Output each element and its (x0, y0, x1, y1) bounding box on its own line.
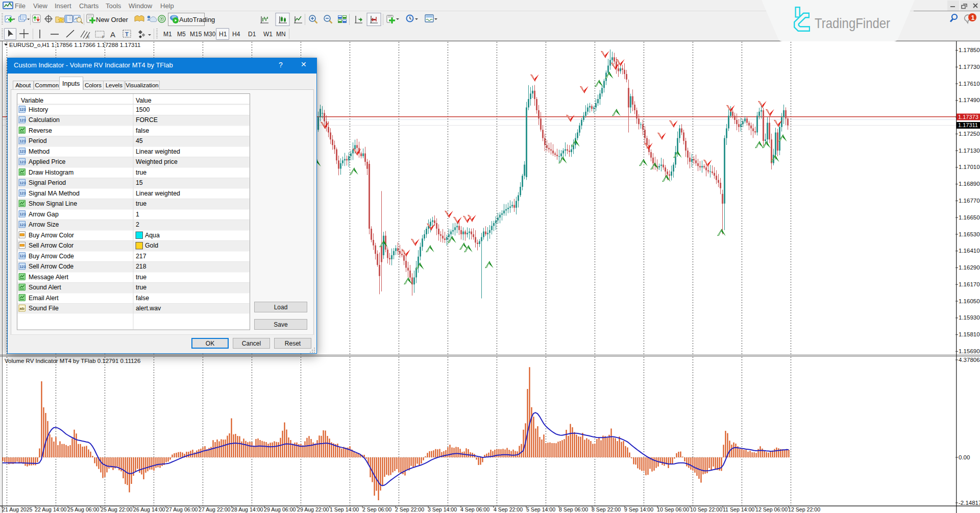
svg-text:Period: Period (29, 137, 47, 144)
svg-text:28 Aug 14:00: 28 Aug 14:00 (231, 506, 263, 512)
svg-text:Signal Period: Signal Period (29, 179, 66, 186)
svg-text:Reverse: Reverse (29, 127, 52, 134)
svg-text:123: 123 (19, 223, 26, 227)
svg-text:1.17130: 1.17130 (959, 148, 980, 154)
svg-text:EURUSD_o,H1 1.17856 1.17366 1: EURUSD_o,H1 1.17856 1.17366 1.17288 1.17… (9, 42, 140, 48)
svg-text:21 Aug 2025: 21 Aug 2025 (2, 506, 33, 512)
svg-text:1500: 1500 (136, 106, 150, 113)
svg-text:true: true (136, 200, 146, 207)
svg-text:1.15810: 1.15810 (959, 331, 980, 337)
svg-text:Linear weighted: Linear weighted (136, 190, 180, 197)
svg-text:27 Aug 06:00: 27 Aug 06:00 (166, 506, 198, 512)
svg-text:15: 15 (136, 179, 143, 186)
svg-text:1.16170: 1.16170 (959, 281, 980, 287)
svg-text:Method: Method (29, 148, 50, 155)
svg-text:Sound Alert: Sound Alert (29, 284, 61, 291)
svg-text:4 Sep 06:00: 4 Sep 06:00 (460, 506, 489, 512)
svg-text:10 Sep 06:00: 10 Sep 06:00 (657, 506, 689, 512)
svg-text:1.17490: 1.17490 (959, 97, 980, 103)
svg-text:123: 123 (19, 191, 26, 196)
svg-text:2 Sep 22:00: 2 Sep 22:00 (395, 506, 424, 512)
svg-text:Buy Arrow Color: Buy Arrow Color (29, 232, 74, 239)
svg-text:Sell Arrow Color: Sell Arrow Color (29, 242, 74, 249)
svg-text:3 Sep 14:00: 3 Sep 14:00 (428, 506, 457, 512)
svg-text:A: A (110, 30, 115, 39)
svg-text:Calculation: Calculation (29, 116, 60, 124)
svg-text:25 Aug 06:00: 25 Aug 06:00 (67, 506, 100, 512)
svg-text:Gold: Gold (145, 242, 158, 249)
svg-text:2: 2 (136, 221, 139, 228)
svg-text:123: 123 (19, 160, 26, 164)
svg-text:false: false (136, 295, 149, 302)
svg-text:26 Aug 14:00: 26 Aug 14:00 (133, 506, 165, 512)
svg-text:Arrow Gap: Arrow Gap (29, 211, 59, 218)
svg-text:Weighted price: Weighted price (136, 158, 178, 165)
svg-text:11 Sep 14:00: 11 Sep 14:00 (723, 506, 754, 512)
svg-text:22 Aug 14:00: 22 Aug 14:00 (35, 506, 67, 512)
svg-text:1.17730: 1.17730 (959, 64, 980, 70)
svg-text:217: 217 (136, 253, 146, 260)
svg-text:1.15690: 1.15690 (959, 348, 980, 354)
svg-text:1.16050: 1.16050 (959, 298, 980, 304)
svg-text:Buy Arrow Code: Buy Arrow Code (29, 253, 74, 260)
svg-text:29 Aug 06:00: 29 Aug 06:00 (264, 506, 296, 512)
svg-text:9 Sep 14:00: 9 Sep 14:00 (624, 506, 653, 512)
svg-text:123: 123 (19, 107, 26, 112)
svg-text:123: 123 (19, 181, 26, 185)
svg-text:Sell Arrow Code: Sell Arrow Code (29, 263, 74, 270)
svg-text:F: F (102, 35, 104, 39)
svg-text:12 Sep 22:00: 12 Sep 22:00 (788, 506, 820, 512)
svg-text:1.16890: 1.16890 (959, 181, 980, 187)
svg-text:Signal MA Method: Signal MA Method (29, 190, 80, 197)
svg-text:123: 123 (19, 118, 26, 123)
svg-text:1.17250: 1.17250 (959, 131, 980, 137)
svg-text:1.17010: 1.17010 (959, 164, 980, 170)
svg-text:123: 123 (19, 139, 26, 143)
svg-text:T: T (125, 31, 129, 37)
svg-text:5 Sep 14:00: 5 Sep 14:00 (526, 506, 555, 512)
svg-text:25 Aug 22:00: 25 Aug 22:00 (101, 506, 133, 512)
svg-text:1.16650: 1.16650 (959, 214, 980, 221)
svg-text:ab: ab (20, 306, 24, 311)
svg-text:27 Aug 22:00: 27 Aug 22:00 (199, 506, 231, 512)
svg-text:4 Sep 22:00: 4 Sep 22:00 (494, 506, 523, 512)
svg-text:Linear weighted: Linear weighted (136, 148, 180, 155)
svg-text:Sound File: Sound File (29, 305, 59, 312)
svg-text:4.37806: 4.37806 (959, 357, 980, 363)
svg-text:1.17311: 1.17311 (958, 122, 978, 128)
svg-text:-2.14817: -2.14817 (959, 500, 980, 506)
svg-text:1.16290: 1.16290 (959, 264, 980, 271)
svg-text:2 Sep 06:00: 2 Sep 06:00 (362, 506, 391, 512)
svg-text:Message Alert: Message Alert (29, 274, 69, 281)
svg-text:New Order: New Order (96, 16, 129, 23)
svg-text:1 Sep 14:00: 1 Sep 14:00 (330, 506, 359, 512)
svg-text:123: 123 (19, 264, 26, 269)
svg-text:E: E (87, 35, 90, 39)
svg-text:218: 218 (136, 263, 146, 270)
svg-text:1: 1 (136, 211, 139, 218)
svg-text:1.16770: 1.16770 (959, 198, 980, 204)
svg-text:123: 123 (19, 212, 26, 216)
svg-text:Value: Value (136, 97, 152, 104)
svg-text:1.17373: 1.17373 (958, 114, 978, 120)
svg-text:123: 123 (19, 149, 26, 154)
svg-text:History: History (29, 106, 48, 113)
svg-text:false: false (136, 127, 149, 134)
svg-text:123: 123 (19, 254, 26, 258)
svg-text:alert.wav: alert.wav (136, 305, 161, 312)
svg-text:8 Sep 06:00: 8 Sep 06:00 (559, 506, 588, 512)
svg-text:Variable: Variable (21, 97, 43, 104)
svg-text:Draw Histogram: Draw Histogram (29, 169, 74, 176)
svg-text:TradingFinder: TradingFinder (815, 15, 890, 31)
svg-text:true: true (136, 274, 146, 281)
svg-text:29 Aug 22:00: 29 Aug 22:00 (297, 506, 329, 512)
svg-text:1.17610: 1.17610 (959, 81, 980, 87)
svg-text:Aqua: Aqua (145, 232, 160, 239)
svg-text:Arrow Size: Arrow Size (29, 221, 59, 228)
svg-text:0.00: 0.00 (959, 454, 970, 460)
svg-text:10 Sep 22:00: 10 Sep 22:00 (690, 506, 722, 512)
svg-text:8 Sep 22:00: 8 Sep 22:00 (592, 506, 621, 512)
svg-text:12 Sep 06:00: 12 Sep 06:00 (755, 506, 788, 512)
svg-text:FORCE: FORCE (136, 116, 158, 124)
svg-text:1.15930: 1.15930 (959, 314, 980, 321)
